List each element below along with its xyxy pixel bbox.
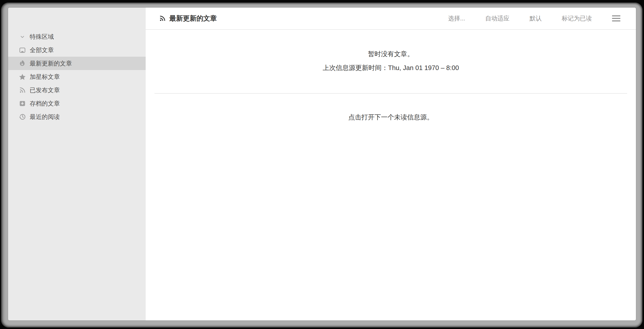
toolbar: 选择... 自动适应 默认 标记为已读 xyxy=(448,14,620,22)
sidebar-item-label: 最新更新的文章 xyxy=(30,59,72,68)
sidebar-item-label: 特殊区域 xyxy=(30,33,54,41)
sidebar-item-all-articles[interactable]: 全部文章 xyxy=(8,43,146,57)
article-list-area: 暂时没有文章。 上次信息源更新时间：Thu, Jan 01 1970 – 8:0… xyxy=(146,30,636,320)
sidebar-item-label: 全部文章 xyxy=(30,46,54,54)
rss-icon xyxy=(159,15,166,22)
sidebar: 特殊区域 全部文章 最新更新的文章 xyxy=(8,8,146,320)
history-icon xyxy=(18,113,27,121)
divider xyxy=(154,93,627,94)
hamburger-menu-icon[interactable] xyxy=(612,14,620,22)
screen: 特殊区域 全部文章 最新更新的文章 xyxy=(0,0,644,329)
sidebar-item-published[interactable]: 已发布文章 xyxy=(8,83,146,97)
sidebar-group-special-area[interactable]: 特殊区域 xyxy=(8,30,146,43)
page-title: 最新更新的文章 xyxy=(169,14,217,23)
default-view-button[interactable]: 默认 xyxy=(530,14,542,22)
page-title-group: 最新更新的文章 xyxy=(159,14,217,23)
sidebar-item-recently-updated[interactable]: 最新更新的文章 xyxy=(8,57,146,70)
rss-icon xyxy=(18,86,27,94)
sidebar-item-label: 已发布文章 xyxy=(30,86,60,94)
auto-fit-button[interactable]: 自动适应 xyxy=(485,14,509,22)
app-window: 特殊区域 全部文章 最新更新的文章 xyxy=(8,8,636,320)
sidebar-item-label: 加星标文章 xyxy=(30,73,60,81)
main-pane: 最新更新的文章 选择... 自动适应 默认 标记为已读 暂时没有文章。 上次信息… xyxy=(146,8,636,320)
inbox-icon xyxy=(18,46,27,54)
main-header: 最新更新的文章 选择... 自动适应 默认 标记为已读 xyxy=(146,8,636,30)
select-button[interactable]: 选择... xyxy=(448,14,465,22)
empty-state-message: 暂时没有文章。 xyxy=(146,51,636,57)
sidebar-item-label: 存档的文章 xyxy=(30,100,60,108)
flame-icon xyxy=(18,59,27,68)
sidebar-item-label: 最近的阅读 xyxy=(30,113,60,121)
last-update-time: 上次信息源更新时间：Thu, Jan 01 1970 – 8:00 xyxy=(146,64,636,71)
next-unread-hint[interactable]: 点击打开下一个未读信息源。 xyxy=(146,114,636,120)
mark-as-read-button[interactable]: 标记为已读 xyxy=(562,14,592,22)
sidebar-item-starred[interactable]: 加星标文章 xyxy=(8,70,146,83)
sidebar-item-archived[interactable]: 存档的文章 xyxy=(8,97,146,110)
star-icon xyxy=(18,73,27,81)
archive-icon xyxy=(18,99,27,108)
chevron-down-icon xyxy=(18,32,27,41)
sidebar-item-recently-read[interactable]: 最近的阅读 xyxy=(8,110,146,123)
